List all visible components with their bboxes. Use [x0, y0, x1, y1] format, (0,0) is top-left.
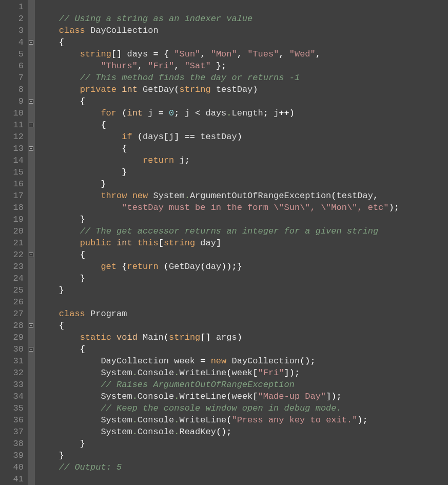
code-line[interactable]: } [38, 438, 399, 450]
code-token [38, 132, 122, 142]
code-token [38, 167, 122, 177]
code-line[interactable]: // This method finds the day or returns … [38, 72, 399, 84]
code-token: . [132, 368, 138, 378]
code-token [179, 132, 184, 142]
code-line[interactable]: get {return (GetDay(day));} [38, 261, 399, 273]
code-token [38, 403, 101, 413]
fold-toggle-icon[interactable] [29, 347, 33, 352]
code-token: "Thurs" [101, 61, 137, 71]
code-line[interactable] [38, 1, 399, 13]
code-token: // Keep the console window open in debug… [101, 403, 341, 413]
code-token: ( [164, 262, 169, 271]
code-line[interactable]: "Thurs", "Fri", "Sat" }; [38, 60, 399, 72]
code-token [38, 156, 143, 165]
code-line[interactable]: // Using a string as an indexer value [38, 13, 399, 25]
code-token: j [169, 132, 174, 142]
code-line[interactable]: } [38, 214, 399, 225]
fold-toggle-icon[interactable] [29, 323, 33, 328]
code-line[interactable]: } [38, 284, 399, 296]
code-line[interactable]: string[] days = { "Sun", "Mon", "Tues", … [38, 48, 399, 60]
line-number: 9 [0, 95, 24, 107]
code-line[interactable]: { [38, 249, 399, 261]
code-line[interactable]: } [38, 450, 399, 461]
code-line[interactable]: System.Console.ReadKey(); [38, 426, 399, 438]
code-line[interactable]: System.Console.WriteLine(week["Fri"]); [38, 367, 399, 379]
code-line[interactable]: { [38, 320, 399, 332]
code-line[interactable]: { [38, 143, 399, 154]
code-line[interactable]: } [38, 273, 399, 284]
code-editor[interactable]: // Using a string as an indexer value cl… [35, 0, 399, 485]
code-token: testDay [200, 132, 237, 142]
line-number: 40 [0, 461, 24, 473]
code-line[interactable]: // Keep the console window open in debug… [38, 402, 399, 414]
code-line[interactable] [38, 296, 399, 308]
code-token: [ [159, 238, 164, 248]
fold-column[interactable] [28, 0, 35, 485]
code-token [38, 380, 101, 390]
code-line[interactable]: { [38, 119, 399, 131]
code-line[interactable]: for (int j = 0; j < days.Length; j++) [38, 107, 399, 119]
code-token: Length [232, 108, 263, 118]
code-token: ( [138, 132, 143, 142]
line-number: 13 [0, 143, 24, 154]
code-token: < [195, 108, 200, 118]
code-line[interactable]: class Program [38, 308, 399, 320]
fold-toggle-icon[interactable] [29, 99, 33, 104]
line-number: 39 [0, 450, 24, 461]
code-token: ) [237, 333, 242, 342]
code-token: class [59, 26, 85, 35]
line-number: 32 [0, 367, 24, 379]
code-token [38, 274, 80, 283]
code-line[interactable]: DayCollection week = new DayCollection()… [38, 355, 399, 367]
code-line[interactable]: "testDay must be in the form \"Sun\", \"… [38, 202, 399, 214]
code-line[interactable]: class DayCollection [38, 25, 399, 36]
code-token: System [101, 368, 132, 378]
code-token [206, 49, 211, 59]
code-line[interactable]: throw new System.ArgumentOutOfRangeExcep… [38, 190, 399, 202]
code-token [38, 85, 80, 94]
code-line[interactable]: return j; [38, 154, 399, 166]
code-token: "Press any key to exit." [232, 415, 358, 425]
code-token [116, 108, 122, 118]
code-line[interactable]: // The get accessor returns an integer f… [38, 225, 399, 237]
line-number: 1 [0, 1, 24, 13]
code-token: new [132, 191, 148, 201]
code-line[interactable]: if (days[j] == testDay) [38, 131, 399, 143]
code-line[interactable]: { [38, 95, 399, 107]
code-line[interactable]: public int this[string day] [38, 237, 399, 249]
code-line[interactable]: { [38, 36, 399, 48]
code-token: ; [263, 108, 268, 118]
code-token: private [80, 85, 116, 94]
code-token: // The get accessor returns an integer f… [80, 226, 379, 236]
code-line[interactable]: // Raises ArgumentOutOfRangeException [38, 379, 399, 391]
fold-toggle-icon[interactable] [29, 123, 33, 127]
code-line[interactable] [38, 473, 399, 485]
line-number: 14 [0, 154, 24, 166]
code-line[interactable]: private int GetDay(string testDay) [38, 84, 399, 95]
code-token [38, 96, 80, 106]
code-line[interactable]: static void Main(string[] args) [38, 332, 399, 343]
code-token: j [274, 108, 279, 118]
code-token: } [237, 262, 242, 271]
code-token: return [143, 156, 174, 165]
code-line[interactable]: System.Console.WriteLine("Press any key … [38, 414, 399, 426]
code-token: } [80, 439, 85, 449]
code-token: ( [331, 191, 336, 201]
code-line[interactable]: } [38, 166, 399, 178]
code-line[interactable]: { [38, 343, 399, 355]
code-token: return [127, 262, 158, 271]
line-number: 4 [0, 36, 24, 48]
fold-toggle-icon[interactable] [29, 146, 33, 151]
code-token [268, 108, 274, 118]
code-token: days [205, 108, 226, 118]
fold-toggle-icon[interactable] [29, 40, 33, 45]
code-token: { [59, 37, 64, 47]
code-line[interactable]: } [38, 178, 399, 190]
fold-toggle-icon[interactable] [29, 253, 33, 257]
code-line[interactable]: System.Console.WriteLine(week["Made-up D… [38, 391, 399, 402]
code-line[interactable]: // Output: 5 [38, 461, 399, 473]
code-token [211, 61, 216, 71]
line-number: 19 [0, 214, 24, 225]
code-token [38, 179, 101, 189]
code-token: ] [216, 238, 221, 248]
